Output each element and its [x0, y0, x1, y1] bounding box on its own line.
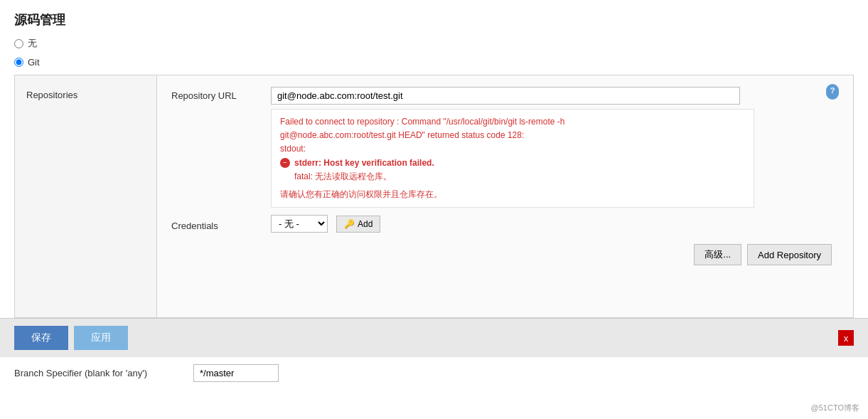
top-help-icon[interactable]: ? [826, 84, 839, 97]
key-icon: 🔑 [344, 219, 355, 229]
error-icon-row: − stderr: Host key verification failed. … [280, 157, 745, 184]
add-repository-button[interactable]: Add Repository [747, 244, 832, 265]
bottom-bar: 保存 应用 x [0, 318, 868, 357]
sidebar-repositories[interactable]: Repositories [15, 84, 156, 106]
error-line5: fatal: 无法读取远程仓库。 [294, 170, 434, 184]
git-section: Repositories ? Repository URL [14, 75, 854, 318]
error-lines-with-icon: stderr: Host key verification failed. fa… [294, 157, 434, 184]
radio-none[interactable] [14, 39, 23, 48]
repo-url-input[interactable] [271, 87, 740, 105]
close-button[interactable]: x [838, 330, 854, 346]
top-help-icon-wrapper: ? [826, 84, 839, 97]
error-line4: stderr: Host key verification failed. [294, 157, 434, 170]
repo-url-field-content: Failed to connect to repository : Comman… [271, 87, 820, 208]
error-line7: 请确认您有正确的访问权限并且仓库存在。 [280, 188, 745, 201]
branch-specifier-input[interactable] [193, 364, 279, 382]
radio-none-row: 无 [14, 37, 854, 50]
add-cred-label: Add [358, 219, 373, 229]
git-inner: Repositories ? Repository URL [15, 75, 853, 317]
error-line2: git@node.abc.com:root/test.git HEAD" ret… [280, 129, 745, 142]
main-panel: ? Repository URL Failed to connect to re… [157, 75, 853, 317]
error-box: Failed to connect to repository : Comman… [271, 109, 754, 208]
radio-none-label[interactable]: 无 [28, 37, 37, 50]
add-credential-button[interactable]: 🔑 Add [336, 216, 380, 233]
radio-git[interactable] [14, 58, 23, 67]
save-button[interactable]: 保存 [14, 326, 68, 350]
error-line1: Failed to connect to repository : Comman… [280, 115, 745, 129]
branch-section: Branch Specifier (blank for 'any') [0, 357, 868, 389]
credentials-row: Credentials - 无 - 🔑 Add [171, 215, 839, 233]
credentials-select[interactable]: - 无 - [271, 215, 328, 233]
radio-git-label[interactable]: Git [28, 57, 40, 68]
credentials-controls: - 无 - 🔑 Add [271, 215, 839, 233]
advanced-button[interactable]: 高级... [694, 244, 741, 265]
error-line3: stdout: [280, 142, 745, 156]
sidebar-panel: Repositories [15, 75, 157, 317]
branch-specifier-label: Branch Specifier (blank for 'any') [14, 368, 185, 378]
credentials-label: Credentials [171, 217, 271, 231]
credentials-field-content: - 无 - 🔑 Add [271, 215, 839, 233]
page-title: 源码管理 [0, 0, 868, 37]
repo-url-row: Repository URL Failed to connect to repo… [171, 87, 839, 208]
error-circle-icon: − [280, 158, 290, 168]
action-row: 高级... Add Repository [171, 244, 839, 265]
page-container: 源码管理 无 Git Repositories ? [0, 0, 868, 419]
watermark: @51CTO博客 [811, 403, 859, 413]
repo-url-label: Repository URL [171, 87, 271, 101]
scm-section: 无 Git Repositories ? [0, 37, 868, 318]
radio-git-row: Git [14, 57, 854, 68]
apply-button[interactable]: 应用 [74, 326, 128, 350]
